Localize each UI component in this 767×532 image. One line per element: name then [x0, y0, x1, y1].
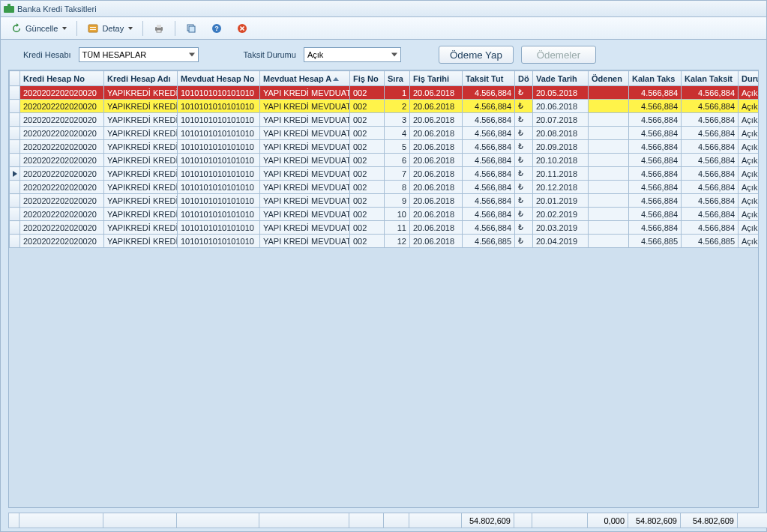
help-icon: ? [211, 22, 223, 34]
table-row[interactable]: 2020202202020020YAPIKREDİ KREDİ H1010101… [10, 208, 759, 221]
table-row[interactable]: 2020202202020020YAPIKREDİ KREDİ H1010101… [10, 140, 759, 154]
help-button[interactable]: ? [205, 20, 228, 37]
detail-icon [87, 22, 99, 34]
refresh-label: Güncelle [25, 24, 58, 33]
copy-icon [185, 22, 197, 34]
app-icon [4, 4, 14, 14]
toolbar-separator [76, 21, 77, 36]
toolbar: Güncelle Detay ? [1, 17, 766, 40]
totals-bar: 54.802,609 0,000 54.802,609 54.802,609 [8, 513, 759, 528]
svg-rect-2 [88, 25, 97, 32]
totals-row: 54.802,609 0,000 54.802,609 54.802,609 [9, 513, 768, 528]
svg-rect-1 [7, 4, 10, 7]
col-durumu[interactable]: Durumu [739, 71, 759, 86]
col-doviz[interactable]: Dö [515, 71, 533, 86]
close-button[interactable] [231, 20, 253, 37]
app-window: Banka Kredi Taksitleri Güncelle Detay [0, 0, 767, 532]
detail-button[interactable]: Detay [82, 20, 138, 37]
grid-scroll[interactable]: Kredi Hesap No Kredi Hesap Adı Mevduat H… [9, 70, 758, 507]
print-button[interactable] [148, 20, 170, 37]
table-row[interactable]: 2020202202020020YAPIKREDİ KREDİ H1010101… [10, 235, 759, 248]
table-row[interactable]: 2020202202020020YAPIKREDİ KREDİ H1010101… [10, 154, 759, 167]
table-row[interactable]: 2020202202020020YAPIKREDİ KREDİ H1010101… [10, 127, 759, 140]
toolbar-separator [175, 21, 175, 36]
svg-rect-6 [157, 25, 161, 28]
table-row[interactable]: 2020202202020020YAPIKREDİ KREDİ H1010101… [10, 181, 759, 194]
svg-rect-3 [90, 27, 96, 28]
sort-indicator-icon [333, 77, 339, 81]
chevron-down-icon [128, 27, 133, 30]
window-title: Banka Kredi Taksitleri [17, 4, 97, 13]
filter-bar: Kredi Hesabı TÜM HESAPLAR Taksit Durumu … [1, 40, 766, 70]
col-fis-tarihi[interactable]: Fiş Tarihi [410, 71, 463, 86]
status-combo[interactable]: Açık [304, 47, 401, 62]
table-row[interactable]: 2020202202020020YAPIKREDİ KREDİ H1010101… [10, 100, 759, 113]
table-row[interactable]: 2020202202020020YAPIKREDİ KREDİ H1010101… [10, 221, 759, 235]
svg-rect-7 [157, 30, 161, 32]
col-odenen[interactable]: Ödenen [589, 71, 629, 86]
col-sira[interactable]: Sıra [385, 71, 410, 86]
detail-label: Detay [102, 24, 124, 33]
refresh-button[interactable]: Güncelle [5, 20, 72, 37]
svg-rect-9 [189, 26, 195, 32]
col-taksit-tutari[interactable]: Taksit Tut [463, 71, 515, 86]
header-row: Kredi Hesap No Kredi Hesap Adı Mevduat H… [10, 71, 759, 86]
row-header-corner[interactable] [10, 71, 20, 86]
table-row[interactable]: 2020202202020020YAPIKREDİ KREDİ H1010101… [10, 86, 759, 100]
payments-button[interactable]: Ödemeler [521, 46, 596, 64]
status-label: Taksit Durumu [244, 50, 296, 59]
grid: Kredi Hesap No Kredi Hesap Adı Mevduat H… [8, 70, 759, 508]
col-kredi-hesap-adi[interactable]: Kredi Hesap Adı [104, 71, 178, 86]
table-row[interactable]: 2020202202020020YAPIKREDİ KREDİ H1010101… [10, 167, 759, 181]
account-label: Kredi Hesabı [23, 50, 71, 59]
col-mevduat-hesap-adi[interactable]: Mevduat Hesap A [260, 71, 350, 86]
chevron-down-icon [62, 27, 67, 30]
col-mevduat-hesap-no[interactable]: Mevduat Hesap No [178, 71, 260, 86]
pay-button[interactable]: Ödeme Yap [439, 46, 514, 64]
svg-text:?: ? [214, 25, 219, 32]
status-combo-value: Açık [307, 50, 323, 59]
total-odenen: 0,000 [588, 513, 628, 528]
copy-button[interactable] [180, 20, 202, 37]
col-kalan-taksit-2[interactable]: Kalan Taksit [682, 71, 739, 86]
col-kredi-hesap-no[interactable]: Kredi Hesap No [20, 71, 104, 86]
total-taksit: 54.802,609 [462, 513, 514, 528]
total-kalan2: 54.802,609 [681, 513, 738, 528]
titlebar: Banka Kredi Taksitleri [1, 1, 766, 17]
current-row-indicator-icon [13, 171, 17, 177]
toolbar-separator [142, 21, 143, 36]
col-fis-no[interactable]: Fiş No [350, 71, 385, 86]
col-kalan-taksit-1[interactable]: Kalan Taks [629, 71, 682, 86]
close-icon [236, 22, 248, 34]
table-row[interactable]: 2020202202020020YAPIKREDİ KREDİ H1010101… [10, 113, 759, 127]
svg-rect-4 [90, 29, 96, 30]
svg-rect-0 [4, 6, 14, 13]
account-combo[interactable]: TÜM HESAPLAR [79, 47, 199, 62]
account-combo-value: TÜM HESAPLAR [82, 50, 147, 59]
refresh-icon [10, 22, 22, 34]
col-vade-tarihi[interactable]: Vade Tarih [533, 71, 589, 86]
total-kalan1: 54.802,609 [628, 513, 681, 528]
print-icon [153, 22, 165, 34]
table-row[interactable]: 2020202202020020YAPIKREDİ KREDİ H1010101… [10, 194, 759, 208]
grid-table: Kredi Hesap No Kredi Hesap Adı Mevduat H… [9, 70, 758, 248]
